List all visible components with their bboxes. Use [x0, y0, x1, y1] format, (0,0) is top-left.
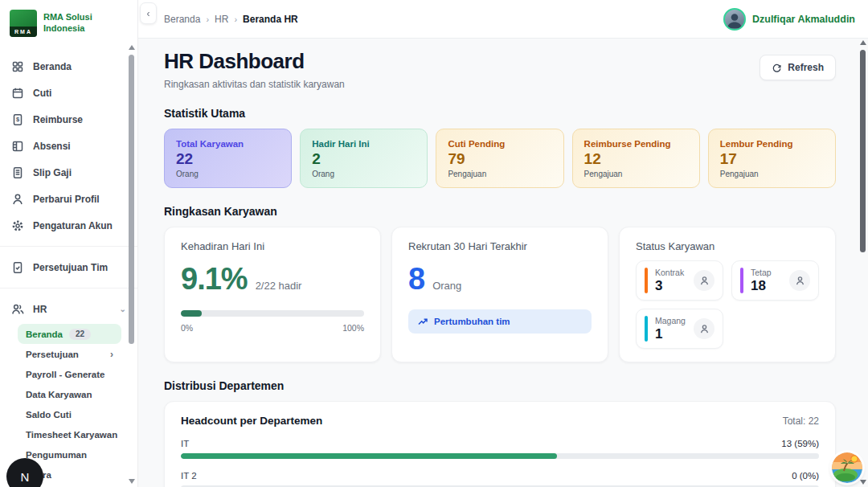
- sidebar-item-perbarui-profil[interactable]: Perbarui Profil: [0, 186, 137, 212]
- hr-submenu-item[interactable]: Timesheet Karyawan: [18, 424, 121, 444]
- sidebar-item-beranda[interactable]: Beranda: [0, 53, 137, 80]
- breadcrumb: Beranda › HR › Beranda HR: [164, 14, 298, 25]
- department-label: IT 2: [181, 471, 197, 481]
- recruit-title: Rekrutan 30 Hari Terakhir: [408, 240, 592, 252]
- stat-unit: Pengajuan: [448, 170, 551, 178]
- person-icon: [694, 270, 714, 291]
- sidebar-item-cuti[interactable]: Cuti: [0, 80, 137, 106]
- user-menu[interactable]: Dzulfiqar Akmaluddin: [723, 8, 855, 31]
- recruit-unit: Orang: [432, 280, 461, 292]
- status-color-bar: [740, 268, 743, 293]
- hr-submenu-item[interactable]: Payroll - Generate: [18, 364, 121, 384]
- submenu-item-label: Saldo Cuti: [26, 410, 72, 419]
- headcount-title: Headcount per Departemen: [181, 415, 322, 427]
- department-label: IT: [181, 439, 189, 448]
- scrollbar-thumb[interactable]: [860, 50, 866, 252]
- stat-card: Total Karyawan 22 Orang: [164, 129, 292, 188]
- attendance-card: Kehadiran Hari Ini 9.1% 2/22 hadir 0% 10…: [164, 227, 381, 362]
- stat-label: Reimburse Pending: [584, 139, 688, 149]
- sidebar-item-label: Persetujuan Tim: [33, 262, 108, 273]
- submenu-item-label: Pengumuman: [26, 450, 87, 460]
- trending-up-icon: [418, 317, 428, 326]
- status-color-bar: [645, 316, 648, 342]
- count-badge: 22: [69, 329, 91, 340]
- status-value: 18: [751, 278, 772, 294]
- sidebar-item-label: Pengaturan Akun: [33, 220, 113, 231]
- user-name: Dzulfiqar Akmaluddin: [752, 14, 855, 25]
- stat-value: 2: [312, 151, 416, 168]
- summary-grid: Kehadiran Hari Ini 9.1% 2/22 hadir 0% 10…: [164, 227, 836, 362]
- sidebar: RMA RMA Solusi Indonesia Beranda Cuti $ …: [0, 0, 138, 487]
- sidebar-item-label: Reimburse: [33, 114, 83, 125]
- breadcrumb-item[interactable]: HR: [215, 14, 228, 25]
- scroll-down-arrow[interactable]: [129, 479, 135, 484]
- submenu-item-label: Beranda: [26, 329, 63, 339]
- status-label: Kontrak: [655, 268, 684, 277]
- scroll-up-arrow[interactable]: [860, 40, 866, 45]
- hr-submenu-item[interactable]: Beranda 22: [18, 324, 121, 344]
- chevron-down-icon: ⌄: [120, 305, 126, 313]
- receipt-dollar-icon: $: [11, 113, 24, 126]
- page-subtitle: Ringkasan aktivitas dan statistik karyaw…: [164, 79, 345, 90]
- sidebar-divider: [0, 288, 137, 289]
- sidebar-item-label: Slip Gaji: [33, 167, 72, 178]
- growth-label: Pertumbuhan tim: [434, 317, 510, 326]
- status-card: Status Karyawan Kontrak 3: [619, 227, 836, 362]
- department-bar-track: [181, 453, 819, 459]
- person-icon: [694, 318, 714, 339]
- sidebar-nav: Beranda Cuti $ Reimburse Absensi Slip Ga…: [0, 45, 137, 239]
- breadcrumb-separator: ›: [206, 14, 209, 24]
- attendance-percent: 9.1%: [181, 262, 248, 297]
- department-value: 13 (59%): [781, 439, 819, 448]
- hr-submenu-item[interactable]: Data Karyawan: [18, 384, 121, 404]
- stats-grid: Total Karyawan 22 Orang Hadir Hari Ini 2…: [164, 129, 836, 188]
- stat-value: 12: [584, 151, 688, 168]
- status-title: Status Karyawan: [636, 240, 819, 252]
- recruit-value: 8: [408, 262, 424, 297]
- stat-label: Lembur Pending: [720, 139, 824, 149]
- app-logo[interactable]: RMA RMA Solusi Indonesia: [0, 0, 137, 45]
- hr-submenu-item[interactable]: Persetujuan ›: [18, 344, 121, 364]
- sidebar-item-absensi[interactable]: Absensi: [0, 133, 137, 159]
- island-extension-badge[interactable]: [832, 452, 862, 483]
- hr-submenu-item[interactable]: Saldo Cuti: [18, 404, 121, 424]
- stat-card: Lembur Pending 17 Pengajuan: [708, 129, 836, 188]
- status-mini-card: Kontrak 3: [636, 260, 723, 301]
- stat-card: Reimburse Pending 12 Pengajuan: [572, 129, 700, 188]
- sidebar-item-hr[interactable]: HR ⌄: [0, 296, 137, 322]
- submenu-item-label: Timesheet Karyawan: [26, 430, 117, 440]
- sidebar-item-slip-gaji[interactable]: Slip Gaji: [0, 159, 137, 186]
- status-mini-card: Magang 1: [636, 309, 723, 349]
- refresh-label: Refresh: [788, 62, 824, 73]
- attendance-progress-fill: [181, 310, 202, 317]
- status-color-bar: [645, 268, 648, 293]
- stat-unit: Orang: [312, 170, 416, 178]
- sidebar-scrollbar: [128, 45, 135, 485]
- sidebar-item-pengaturan-akun[interactable]: Pengaturan Akun: [0, 212, 137, 239]
- scrollbar-thumb[interactable]: [129, 55, 134, 344]
- sidebar-item-label: Perbarui Profil: [33, 194, 100, 205]
- main-area: Beranda › HR › Beranda HR Dzulfiqar Akma…: [138, 0, 868, 487]
- scroll-down-arrow[interactable]: [860, 480, 866, 485]
- dashboard-icon: [11, 60, 24, 73]
- scroll-up-arrow[interactable]: [129, 45, 135, 50]
- person-icon: [789, 270, 810, 291]
- table-icon: [11, 140, 24, 153]
- breadcrumb-item[interactable]: Beranda: [164, 14, 200, 25]
- sidebar-item-reimburse[interactable]: $ Reimburse: [0, 106, 137, 133]
- status-grid: Kontrak 3 Tetap 18: [636, 260, 819, 349]
- logo-mark-icon: RMA: [10, 10, 37, 37]
- stat-card: Hadir Hari Ini 2 Orang: [300, 129, 428, 188]
- attendance-progress-track: [181, 310, 364, 317]
- growth-badge: Pertumbuhan tim: [408, 309, 592, 334]
- refresh-button[interactable]: Refresh: [760, 55, 836, 80]
- chevron-right-icon: ›: [110, 349, 113, 360]
- document-check-icon: [11, 261, 24, 274]
- progress-max-label: 100%: [342, 323, 364, 333]
- sidebar-item-label: Absensi: [33, 141, 71, 152]
- department-bar-fill: [181, 453, 557, 459]
- sidebar-item-persetujuan-tim[interactable]: Persetujuan Tim: [0, 254, 137, 280]
- stat-card: Cuti Pending 79 Pengajuan: [436, 129, 563, 188]
- sidebar-collapse-button[interactable]: ‹: [140, 2, 157, 24]
- gear-icon: [11, 219, 24, 232]
